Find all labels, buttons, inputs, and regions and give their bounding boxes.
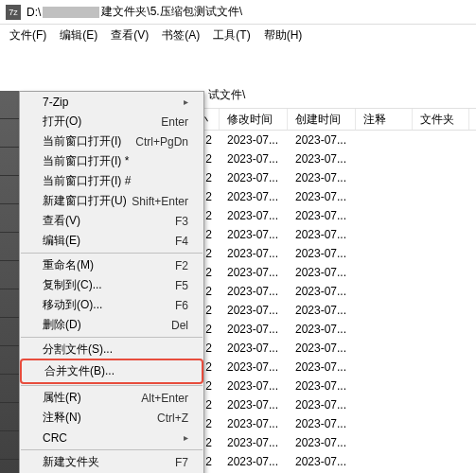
cell-modified: 2023-07... <box>220 417 288 430</box>
table-row[interactable]: 22023-07...2023-07... <box>178 225 476 244</box>
menu-view[interactable]: 查看(V) <box>105 26 154 45</box>
menu-help[interactable]: 帮助(H) <box>258 26 309 45</box>
column-header[interactable]: 文件夹 <box>413 109 469 130</box>
menu-bar: 文件(F)编辑(E)查看(V)书签(A)工具(T)帮助(H) <box>0 25 476 45</box>
menu-item-shortcut: Del <box>171 319 188 332</box>
cell-modified: 2023-07... <box>220 247 288 260</box>
table-row[interactable]: 22023-07...2023-07... <box>178 395 476 414</box>
table-row[interactable]: 22023-07...2023-07... <box>178 131 476 149</box>
cell-created: 2023-07... <box>288 266 356 279</box>
cell-modified: 2023-07... <box>220 133 288 147</box>
path-prefix: D:\ <box>26 6 41 19</box>
table-row[interactable]: 22023-07...2023-07... <box>178 452 476 471</box>
menu-separator <box>21 385 203 386</box>
cell-modified: 2023-07... <box>220 209 288 222</box>
column-header[interactable]: 创建时间 <box>288 109 356 130</box>
cell-created: 2023-07... <box>288 455 356 468</box>
cell-modified: 2023-07... <box>220 304 288 317</box>
menu-item-label: 重命名(M) <box>43 257 94 273</box>
cell-created: 2023-07... <box>288 152 356 166</box>
menu-bookmarks[interactable]: 书签(A) <box>156 26 205 45</box>
menu-item[interactable]: 注释(N)Ctrl+Z <box>20 408 203 428</box>
strip-cell <box>0 119 19 148</box>
menu-item[interactable]: 合并文件(B)... <box>22 361 202 381</box>
column-header[interactable]: 注释 <box>356 109 413 130</box>
cell-modified: 2023-07... <box>220 342 288 355</box>
menu-item[interactable]: 属性(R)Alt+Enter <box>20 388 203 408</box>
menu-item[interactable]: 当前窗口打开(I) * <box>20 151 203 171</box>
menu-edit[interactable]: 编辑(E) <box>54 26 103 45</box>
menu-item-shortcut: F5 <box>175 279 188 292</box>
menu-item-shortcut: F2 <box>175 259 188 272</box>
menu-tools[interactable]: 工具(T) <box>207 26 256 45</box>
menu-item-shortcut: Enter <box>161 115 188 129</box>
left-background-strip <box>0 91 19 473</box>
cell-created: 2023-07... <box>288 342 356 355</box>
menu-item[interactable]: 打开(O)Enter <box>20 112 203 131</box>
menu-item[interactable]: 删除(D)Del <box>20 315 203 335</box>
menu-item-label: 7-Zip <box>43 96 68 109</box>
table-row[interactable]: 22023-07...2023-07... <box>178 282 476 301</box>
strip-cell <box>0 318 19 346</box>
strip-cell <box>0 289 19 318</box>
strip-cell <box>0 204 19 233</box>
table-row[interactable]: 22023-07...2023-07... <box>178 206 476 225</box>
redacted-segment <box>43 7 99 18</box>
menu-separator <box>21 337 203 338</box>
table-row[interactable]: 22023-07...2023-07... <box>178 339 476 358</box>
menu-item[interactable]: 移动到(O)...F6 <box>20 295 203 315</box>
menu-item-shortcut: F4 <box>175 235 188 248</box>
table-row[interactable]: 22023-07...2023-07... <box>178 320 476 339</box>
table-row[interactable]: 22023-07...2023-07... <box>178 377 476 395</box>
table-row[interactable]: 22023-07...2023-07... <box>178 149 476 168</box>
column-header-row: 大小修改时间创建时间注释文件夹 <box>178 108 476 131</box>
table-row[interactable]: 22023-07...2023-07... <box>178 414 476 433</box>
file-menu-dropdown: 7-Zip打开(O)Enter当前窗口打开(I)Ctrl+PgDn当前窗口打开(… <box>19 91 204 473</box>
menu-file[interactable]: 文件(F) <box>4 26 52 45</box>
menu-item-shortcut: Ctrl+Z <box>157 412 188 425</box>
menu-item[interactable]: 分割文件(S)... <box>20 340 203 359</box>
cell-modified: 2023-07... <box>220 152 288 166</box>
cell-modified: 2023-07... <box>220 398 288 412</box>
menu-item[interactable]: CRC <box>20 428 203 447</box>
cell-modified: 2023-07... <box>220 266 288 279</box>
cell-modified: 2023-07... <box>220 190 288 203</box>
menu-item[interactable]: 复制到(C)...F5 <box>20 275 203 295</box>
menu-item-label: 删除(D) <box>43 317 81 333</box>
table-row[interactable]: 22023-07...2023-07... <box>178 433 476 452</box>
menu-item-label: 新建文件夹 <box>43 454 99 470</box>
menu-item-label: 属性(R) <box>43 390 81 406</box>
menu-item-shortcut: Shift+Enter <box>132 195 188 208</box>
table-row[interactable]: 22023-07...2023-07... <box>178 168 476 187</box>
table-row[interactable]: 22023-07...2023-07... <box>178 263 476 282</box>
strip-cell <box>0 91 19 119</box>
menu-item[interactable]: 当前窗口打开(I) # <box>20 171 203 191</box>
menu-item[interactable]: 查看(V)F3 <box>20 211 203 231</box>
menu-item[interactable]: 重命名(M)F2 <box>20 255 203 275</box>
table-row[interactable]: 22023-07...2023-07... <box>178 358 476 377</box>
menu-item[interactable]: 新建文件夹F7 <box>20 452 203 472</box>
menu-item[interactable]: 当前窗口打开(I)Ctrl+PgDn <box>20 131 203 151</box>
table-row[interactable]: 22023-07...2023-07... <box>178 301 476 320</box>
cell-created: 2023-07... <box>288 379 356 393</box>
cell-created: 2023-07... <box>288 436 356 449</box>
menu-item[interactable]: 7-Zip <box>20 92 203 112</box>
column-header[interactable]: 修改时间 <box>220 109 288 130</box>
table-row[interactable]: 22023-07...2023-07... <box>178 187 476 206</box>
menu-separator <box>21 253 203 254</box>
menu-item-label: 打开(O) <box>43 114 81 130</box>
menu-item[interactable]: 新建窗口打开(U)Shift+Enter <box>20 191 203 211</box>
cell-modified: 2023-07... <box>220 285 288 298</box>
cell-created: 2023-07... <box>288 398 356 412</box>
cell-modified: 2023-07... <box>220 360 288 374</box>
strip-cell <box>0 148 19 176</box>
cell-created: 2023-07... <box>288 417 356 430</box>
file-list: 22023-07...2023-07...22023-07...2023-07.… <box>178 131 476 473</box>
path-suffix: 建文件夹\5.压缩包测试文件\ <box>101 4 242 20</box>
table-row[interactable]: 22023-07...2023-07... <box>178 244 476 263</box>
menu-item[interactable]: 编辑(E)F4 <box>20 231 203 251</box>
menu-item-label: 分割文件(S)... <box>43 342 113 358</box>
menu-item-label: 新建窗口打开(U) <box>43 193 127 209</box>
window-title: D:\ 建文件夹\5.压缩包测试文件\ <box>26 4 242 20</box>
menu-item-shortcut: Alt+Enter <box>141 392 188 405</box>
